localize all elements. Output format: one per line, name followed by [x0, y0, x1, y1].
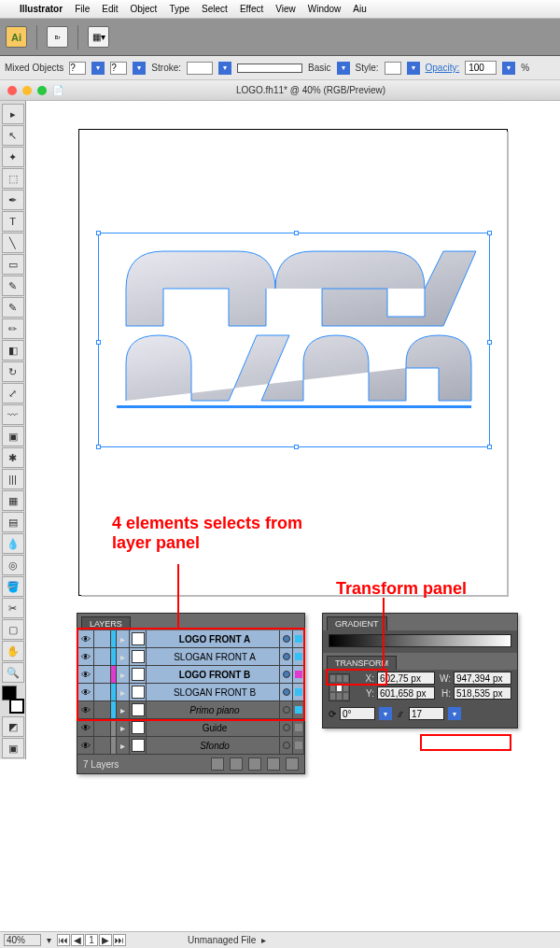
blob-brush-tool[interactable]: ✏ [2, 318, 24, 339]
fill-dropdown-icon[interactable]: ▾ [91, 62, 105, 75]
mac-menubar[interactable]: Illustrator File Edit Object Type Select… [0, 0, 560, 19]
stroke-dropdown-icon[interactable]: ▾ [133, 62, 146, 75]
last-artboard-button[interactable]: ⏭ [113, 934, 126, 946]
menu-file[interactable]: File [75, 4, 90, 14]
brush-dropdown-icon[interactable]: ▾ [337, 62, 350, 75]
symbol-sprayer-tool[interactable]: ✱ [2, 447, 24, 468]
gradient-tool[interactable]: ▤ [2, 512, 24, 532]
selection-tool[interactable]: ▸ [2, 104, 24, 124]
rotate-dropdown-icon[interactable]: ▾ [379, 707, 392, 720]
status-dropdown-icon[interactable]: ▸ [261, 935, 266, 945]
delete-layer-button[interactable] [286, 757, 299, 771]
scale-tool[interactable]: ⤢ [2, 383, 24, 403]
fill-swatch[interactable]: ? [69, 62, 86, 75]
shear-field[interactable] [409, 707, 444, 720]
hand-tool[interactable]: ✋ [2, 641, 24, 661]
zoom-window-button[interactable] [37, 86, 47, 95]
type-tool[interactable]: T [2, 211, 24, 232]
arrange-documents-button[interactable]: ▦▾ [88, 26, 109, 48]
opacity-dropdown-icon[interactable]: ▾ [502, 62, 515, 75]
resize-handle[interactable] [96, 340, 101, 345]
mesh-tool[interactable]: ▦ [2, 490, 24, 511]
stroke-weight-field[interactable] [187, 62, 213, 75]
next-artboard-button[interactable]: ▶ [99, 934, 112, 946]
menu-select[interactable]: Select [202, 4, 228, 14]
target-icon[interactable] [280, 737, 293, 754]
fill-stroke-control[interactable] [2, 686, 24, 714]
free-transform-tool[interactable]: ▣ [2, 426, 24, 446]
resize-handle[interactable] [487, 231, 492, 235]
zoom-tool[interactable]: 🔍 [2, 662, 24, 683]
disclosure-triangle-icon[interactable]: ▸ [117, 737, 130, 754]
resize-handle[interactable] [487, 445, 492, 449]
h-field[interactable] [454, 686, 511, 700]
lock-toggle[interactable] [94, 737, 111, 754]
new-layer-button[interactable] [267, 757, 280, 771]
pencil-tool[interactable]: ✎ [2, 297, 24, 318]
eraser-tool[interactable]: ◧ [2, 340, 24, 361]
line-tool[interactable]: ╲ [2, 233, 24, 253]
column-graph-tool[interactable]: ||| [2, 469, 24, 489]
selection-bounding-box[interactable] [98, 233, 490, 447]
zoom-dropdown-icon[interactable]: ▾ [47, 935, 51, 945]
lock-toggle[interactable] [94, 719, 111, 736]
pen-tool[interactable]: ✒ [2, 190, 24, 210]
w-field[interactable] [454, 672, 511, 685]
resize-handle[interactable] [96, 445, 101, 449]
target-icon[interactable] [280, 719, 293, 736]
slice-tool[interactable]: ✂ [2, 598, 24, 618]
app-menu[interactable]: Illustrator [20, 4, 63, 14]
rotate-field[interactable] [340, 707, 375, 720]
shear-dropdown-icon[interactable]: ▾ [448, 707, 461, 720]
lasso-tool[interactable]: ⬚ [2, 168, 24, 189]
make-clipping-mask-button[interactable] [230, 757, 243, 771]
resize-handle[interactable] [96, 231, 101, 235]
menu-window[interactable]: Window [308, 4, 342, 14]
new-sublayer-button[interactable] [248, 757, 261, 771]
layer-row[interactable]: 👁▸Guide [77, 719, 304, 737]
opacity-label[interactable]: Opacity: [426, 63, 460, 73]
menu-help[interactable]: Aiu [353, 4, 366, 14]
disclosure-triangle-icon[interactable]: ▸ [117, 719, 130, 736]
screen-mode-button[interactable]: ▣ [2, 738, 24, 758]
rectangle-tool[interactable]: ▭ [2, 254, 24, 275]
menu-type[interactable]: Type [169, 4, 189, 14]
layer-name[interactable]: Guide [147, 719, 280, 736]
tab-transform[interactable]: TRANSFORM [327, 656, 397, 670]
y-field[interactable] [377, 686, 435, 700]
menu-object[interactable]: Object [130, 4, 157, 14]
resize-handle[interactable] [294, 445, 299, 449]
magic-wand-tool[interactable]: ✦ [2, 147, 24, 167]
bridge-button[interactable]: Br [47, 26, 68, 48]
warp-tool[interactable]: 〰 [2, 404, 24, 425]
direct-selection-tool[interactable]: ↖ [2, 125, 24, 146]
visibility-toggle[interactable]: 👁 [77, 719, 94, 736]
color-mode-button[interactable]: ◩ [2, 716, 24, 737]
first-artboard-button[interactable]: ⏮ [57, 934, 70, 946]
resize-handle[interactable] [487, 340, 492, 345]
paintbrush-tool[interactable]: ✎ [2, 276, 24, 296]
close-window-button[interactable] [7, 86, 17, 95]
zoom-field[interactable]: 40% [4, 934, 41, 946]
stroke-weight-dropdown-icon[interactable]: ▾ [218, 62, 231, 75]
layer-row[interactable]: 👁▸Sfondo [77, 737, 304, 755]
artboard-tool[interactable]: ▢ [2, 619, 24, 640]
live-paint-bucket-tool[interactable]: 🪣 [2, 576, 24, 597]
ai-home-button[interactable]: Ai [6, 26, 27, 48]
stroke-swatch[interactable]: ? [110, 62, 127, 75]
menu-edit[interactable]: Edit [102, 4, 118, 14]
eyedropper-tool[interactable]: 💧 [2, 533, 24, 554]
minimize-window-button[interactable] [22, 86, 32, 95]
opacity-field[interactable] [465, 61, 497, 75]
blend-tool[interactable]: ◎ [2, 555, 24, 575]
menu-view[interactable]: View [275, 4, 296, 14]
gradient-bar[interactable] [329, 634, 511, 647]
visibility-toggle[interactable]: 👁 [77, 737, 94, 754]
style-swatch[interactable] [385, 62, 401, 75]
rotate-tool[interactable]: ↻ [2, 361, 24, 382]
locate-object-button[interactable] [211, 757, 224, 771]
prev-artboard-button[interactable]: ◀ [71, 934, 84, 946]
artboard-number[interactable]: 1 [85, 934, 98, 946]
layer-name[interactable]: Sfondo [147, 737, 280, 754]
brush-preview[interactable] [237, 64, 302, 73]
